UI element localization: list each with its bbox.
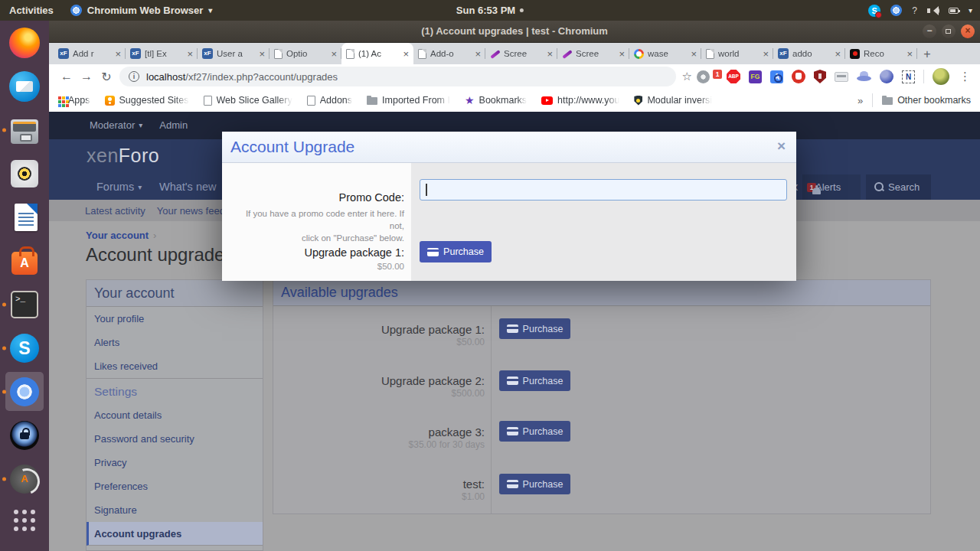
- sidebar-item-account-details[interactable]: Account details: [87, 403, 263, 427]
- tab-close-icon[interactable]: ×: [906, 48, 913, 60]
- tab-8[interactable]: Scree×: [557, 43, 629, 64]
- bookmark-bookmarks[interactable]: ★Bookmarks: [465, 94, 527, 106]
- sidebar-item-preferences[interactable]: Preferences: [87, 474, 263, 498]
- tab-close-icon[interactable]: ×: [691, 48, 697, 60]
- tab-5-active[interactable]: (1) Ac×: [341, 43, 413, 64]
- dark-shield-extension-icon[interactable]: [814, 70, 826, 83]
- bookmarks-overflow-icon[interactable]: »: [858, 95, 863, 106]
- new-tab-button[interactable]: +: [917, 44, 937, 64]
- tab-close-icon[interactable]: ×: [115, 48, 121, 60]
- bookmark-apps[interactable]: Apps: [58, 95, 90, 106]
- app-menu[interactable]: Chromium Web Browser ▾: [63, 5, 220, 16]
- purchase-button[interactable]: Purchase: [499, 318, 570, 339]
- bookmark-modular-inversion[interactable]: Modular inversi: [634, 95, 712, 106]
- card-extension-icon[interactable]: [835, 72, 848, 82]
- dock-item-software-updater[interactable]: A: [0, 457, 49, 500]
- chromium-tray-icon[interactable]: [890, 5, 902, 16]
- purchase-button[interactable]: Purchase: [499, 474, 570, 494]
- dock-item-firefox[interactable]: [0, 21, 49, 64]
- bookmark-star-icon[interactable]: ☆: [682, 70, 692, 83]
- admin-link[interactable]: Admin: [159, 119, 188, 131]
- back-button[interactable]: ←: [57, 70, 77, 83]
- chevron-down-icon[interactable]: ▾: [969, 6, 972, 15]
- subnav-your-news-feed[interactable]: Your news feed: [157, 205, 225, 217]
- sidebar-item-signature[interactable]: Signature: [87, 498, 263, 522]
- tab-close-icon[interactable]: ×: [259, 48, 265, 60]
- purchase-button[interactable]: Purchase: [499, 370, 570, 391]
- tab-4[interactable]: Optio×: [270, 43, 341, 64]
- tab-close-icon[interactable]: ×: [619, 48, 625, 60]
- address-bar[interactable]: i localhost/xf27/index.php?account/upgra…: [119, 67, 676, 86]
- profile-avatar[interactable]: [933, 68, 949, 85]
- site-logo[interactable]: xenForo: [87, 145, 159, 167]
- tab-close-icon[interactable]: ×: [835, 48, 841, 60]
- dock-item-keepass[interactable]: [0, 413, 49, 457]
- minimize-button[interactable]: −: [923, 24, 936, 38]
- modal-purchase-button[interactable]: Purchase: [420, 241, 492, 262]
- volume-icon[interactable]: [927, 6, 939, 15]
- close-button[interactable]: ×: [961, 24, 975, 38]
- battery-icon[interactable]: [949, 8, 959, 14]
- bookmark-suggested-sites[interactable]: Suggested Sites: [105, 95, 189, 106]
- promo-code-input[interactable]: [420, 179, 787, 201]
- tab-6[interactable]: Add-o×: [413, 43, 485, 64]
- moderator-menu[interactable]: Moderator▾: [90, 119, 142, 131]
- tab-12[interactable]: Reco×: [845, 43, 917, 64]
- nav-item-alerts[interactable]: 1 Alerts: [802, 174, 861, 200]
- tab-close-icon[interactable]: ×: [187, 48, 193, 60]
- globe-extension-icon[interactable]: [880, 70, 893, 83]
- tab-close-icon[interactable]: ×: [547, 48, 553, 60]
- sidebar-item-likes-received[interactable]: Likes received: [87, 354, 263, 378]
- sidebar-item-account-upgrades[interactable]: Account upgrades: [87, 522, 263, 546]
- subnav-latest-activity[interactable]: Latest activity: [85, 205, 145, 217]
- stop-hand-extension-icon[interactable]: [792, 70, 805, 83]
- tab-3[interactable]: xFUser a×: [198, 43, 270, 64]
- purchase-button[interactable]: Purchase: [499, 421, 570, 442]
- site-info-icon[interactable]: i: [129, 71, 139, 82]
- nav-item-whats-new[interactable]: What's new: [159, 174, 217, 200]
- dock-item-chromium[interactable]: [0, 370, 49, 413]
- dock-item-libreoffice-writer[interactable]: [0, 195, 49, 239]
- nav-item-forums[interactable]: Forums▾: [96, 174, 142, 200]
- tab-11[interactable]: xFaddo×: [773, 43, 845, 64]
- other-bookmarks-button[interactable]: Other bookmarks: [882, 95, 971, 106]
- dock-item-ubuntu-software[interactable]: A: [0, 239, 49, 282]
- nav-item-search[interactable]: Search: [866, 174, 931, 200]
- bookmark-imported-folder[interactable]: Imported From I: [367, 95, 450, 106]
- sidebar-item-password-and-security[interactable]: Password and security: [87, 427, 263, 451]
- tab-close-icon[interactable]: ×: [763, 48, 769, 60]
- maximize-button[interactable]: [942, 24, 956, 38]
- sidebar-item-alerts[interactable]: Alerts: [87, 331, 263, 354]
- adblock-plus-extension-icon[interactable]: ABP: [727, 70, 740, 83]
- capture-extension-icon[interactable]: N: [902, 70, 915, 83]
- tab-close-icon[interactable]: ×: [331, 48, 337, 60]
- breadcrumb[interactable]: Your account›: [86, 230, 156, 241]
- sidebar-item-your-profile[interactable]: Your profile: [87, 307, 263, 331]
- translate-extension-icon[interactable]: A: [770, 70, 783, 83]
- modal-close-icon[interactable]: ×: [777, 138, 786, 155]
- tab-1[interactable]: xFAdd r×: [54, 43, 126, 64]
- dock-item-archive-manager[interactable]: [0, 108, 49, 152]
- breadcrumb-item[interactable]: Your account: [86, 230, 149, 241]
- dock-item-show-applications[interactable]: [0, 500, 49, 544]
- tab-10[interactable]: world×: [701, 43, 773, 64]
- bookmark-web-slice-gallery[interactable]: Web Slice Gallery: [204, 95, 292, 106]
- bookmark-addons[interactable]: Addons: [307, 95, 352, 106]
- dock-item-rhythmbox[interactable]: [0, 152, 49, 195]
- sidebar-item-privacy[interactable]: Privacy: [87, 451, 263, 474]
- tab-2[interactable]: xF[tl] Ex×: [126, 43, 198, 64]
- tab-close-icon[interactable]: ×: [475, 48, 481, 60]
- dock-item-skype[interactable]: S: [0, 326, 49, 370]
- media-reel-extension-icon[interactable]: [697, 70, 710, 83]
- clock[interactable]: Sun 6:53 PM: [456, 5, 524, 16]
- tab-7[interactable]: Scree×: [485, 43, 557, 64]
- tab-close-icon[interactable]: ×: [403, 48, 409, 60]
- window-titlebar[interactable]: (1) Account upgrades | test - Chromium −…: [49, 21, 980, 43]
- fg-extension-icon[interactable]: FG: [749, 70, 762, 83]
- tab-9[interactable]: wase×: [629, 43, 701, 64]
- bookmark-youtube[interactable]: http://www.you: [541, 95, 619, 106]
- skype-tray-icon[interactable]: S: [868, 5, 880, 17]
- dock-item-terminal[interactable]: >_: [0, 282, 49, 326]
- reload-button[interactable]: ↻: [96, 70, 116, 84]
- dock-item-thunderbird[interactable]: [0, 64, 49, 108]
